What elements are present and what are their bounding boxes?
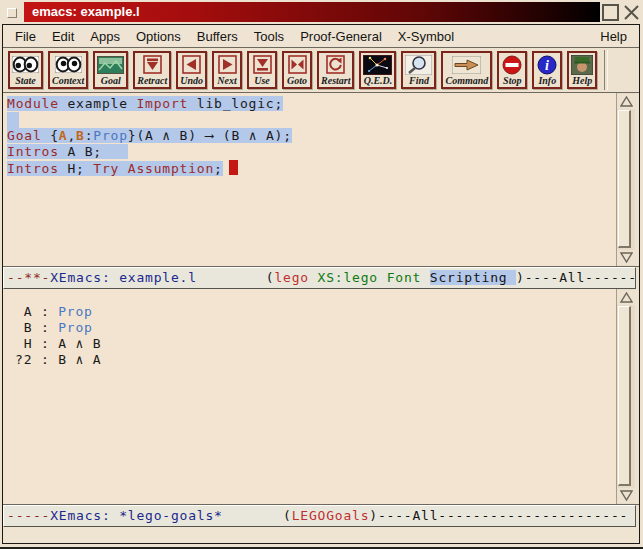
toolbar-info-button[interactable]: iInfo: [532, 51, 562, 89]
window-menu-button[interactable]: [7, 8, 17, 18]
menu-item-tools[interactable]: Tools: [246, 26, 292, 47]
next-icon: [218, 54, 237, 75]
scrollbar-thumb[interactable]: [618, 306, 631, 486]
toolbar-goal-button[interactable]: Goal: [93, 51, 128, 89]
text-segment: H : A ∧ B: [15, 336, 101, 351]
toolbar-state-button[interactable]: State: [8, 51, 43, 89]
text-segment: }(A ∧ B) ⟶ (B ∧ A);: [128, 128, 292, 143]
scrollbar-up-arrow[interactable]: [617, 290, 635, 305]
toolbar-help-button[interactable]: Help: [567, 51, 597, 89]
text-segment: lego: [274, 270, 309, 285]
toolbar-find-button[interactable]: Find: [401, 51, 436, 89]
menu-item-edit[interactable]: Edit: [44, 26, 82, 47]
titlebar[interactable]: emacs: example.l: [0, 0, 643, 24]
text-segment: [421, 270, 430, 285]
script-line: Intros A B;: [7, 144, 616, 160]
text-segment: --**-: [7, 270, 50, 285]
text-segment: ,: [67, 128, 76, 143]
text-segment: Intros: [7, 144, 59, 159]
locked-region-highlight: Module example Import lib_logic;: [7, 96, 283, 111]
script-scrollbar[interactable]: [616, 93, 635, 266]
script-buffer[interactable]: Module example Import lib_logic;Goal {A,…: [3, 93, 616, 266]
text-segment: H;: [59, 161, 94, 176]
use-icon: [253, 54, 272, 75]
text-segment: LEGOGoals: [292, 508, 370, 523]
window-content: FileEditAppsOptionsBuffersToolsProof-Gen…: [2, 24, 640, 544]
stop-icon: [502, 54, 522, 75]
text-segment: Intros: [7, 161, 59, 176]
menu-item-buffers[interactable]: Buffers: [189, 26, 246, 47]
toolbar-context-button[interactable]: Context: [48, 51, 88, 89]
menu-item-apps[interactable]: Apps: [82, 26, 128, 47]
down-triangle-icon: [620, 252, 633, 263]
qed-fireworks-icon: [363, 54, 392, 75]
scrollbar-up-arrow[interactable]: [617, 94, 635, 109]
scrollbar-down-arrow[interactable]: [617, 250, 635, 265]
text-segment: [309, 270, 318, 285]
info-icon: i: [537, 54, 557, 75]
modeline-script: --**-XEmacs: example.l (lego XS:lego Fon…: [3, 267, 636, 289]
restart-icon: [326, 54, 345, 75]
state-eyes-icon: [12, 54, 39, 75]
text-segment: Prop: [58, 320, 93, 335]
toolbar-divider: [604, 50, 608, 90]
menu-item-x-symbol[interactable]: X-Symbol: [390, 26, 462, 47]
toolbar-next-button[interactable]: Next: [212, 51, 242, 89]
toolbar-stop-button[interactable]: Stop: [497, 51, 527, 89]
toolbar-qed-button[interactable]: Q.E.D.: [359, 51, 396, 89]
toolbar-button-label: Next: [217, 75, 236, 86]
window-title-bar[interactable]: emacs: example.l: [24, 2, 600, 22]
text-segment: XEmacs: *lego-goals*: [50, 508, 223, 523]
toolbar-restart-button[interactable]: Restart: [317, 51, 354, 89]
toolbar-button-label: Goal: [101, 75, 121, 86]
text-segment: example: [59, 96, 137, 111]
scrollbar-thumb[interactable]: [618, 110, 631, 248]
script-line: Goal {A,B:Prop}(A ∧ B) ⟶ (B ∧ A);: [7, 128, 616, 144]
text-segment: lib_logic;: [188, 96, 283, 111]
text-segment: [119, 161, 128, 176]
goals-line: B : Prop: [15, 320, 616, 336]
script-line: Intros H; Try Assumption;: [7, 160, 616, 176]
locked-region-highlight: [7, 112, 19, 128]
goals-line: A : Prop: [15, 304, 616, 320]
script-buffer-row: Module example Import lib_logic;Goal {A,…: [3, 93, 639, 267]
locked-region-highlight: Intros A B;: [7, 144, 128, 159]
toolbar: StateContextGoalRetractUndoNextUseGotoRe…: [3, 48, 639, 93]
toolbar-button-label: Restart: [321, 75, 350, 86]
text-segment: B: [76, 128, 85, 143]
toolbar-use-button[interactable]: Use: [247, 51, 277, 89]
toolbar-button-label: Find: [409, 75, 429, 86]
menu-item-file[interactable]: File: [7, 26, 44, 47]
minibuffer[interactable]: [3, 527, 639, 543]
toolbar-goto-button[interactable]: Goto: [282, 51, 312, 89]
text-segment: Goal: [7, 128, 42, 143]
toolbar-button-label: Use: [254, 75, 270, 86]
text-segment: XEmacs: example.l: [50, 270, 197, 285]
text-segment: )----All--------: [516, 270, 636, 285]
window-title: emacs: example.l: [32, 4, 140, 19]
maximize-button[interactable]: [601, 3, 619, 21]
up-triangle-icon: [620, 96, 633, 107]
text-segment: Prop: [58, 304, 93, 319]
find-magnifier-icon: [405, 54, 432, 75]
menu-item-help[interactable]: Help: [592, 26, 635, 47]
close-button[interactable]: [622, 3, 640, 21]
menubar: FileEditAppsOptionsBuffersToolsProof-Gen…: [3, 25, 639, 48]
text-segment: Scripting: [430, 270, 516, 285]
toolbar-button-label: Stop: [503, 75, 521, 86]
menu-item-options[interactable]: Options: [128, 26, 189, 47]
goals-scrollbar[interactable]: [616, 289, 635, 504]
goals-buffer-row: A : Prop B : Prop H : A ∧ B?2 : B ∧ A: [3, 289, 639, 505]
scrollbar-down-arrow[interactable]: [617, 488, 635, 503]
text-segment: A :: [15, 304, 58, 319]
toolbar-command-button[interactable]: Command: [441, 51, 492, 89]
toolbar-undo-button[interactable]: Undo: [176, 51, 207, 89]
toolbar-button-label: Undo: [180, 75, 203, 86]
toolbar-retract-button[interactable]: Retract: [133, 51, 171, 89]
text-segment: {: [42, 128, 59, 143]
text-segment: Prop: [93, 128, 128, 143]
goals-buffer[interactable]: A : Prop B : Prop H : A ∧ B?2 : B ∧ A: [3, 289, 616, 504]
toolbar-button-label: Q.E.D.: [364, 75, 393, 86]
svg-text:i: i: [545, 58, 549, 73]
menu-item-proof-general[interactable]: Proof-General: [292, 26, 390, 47]
